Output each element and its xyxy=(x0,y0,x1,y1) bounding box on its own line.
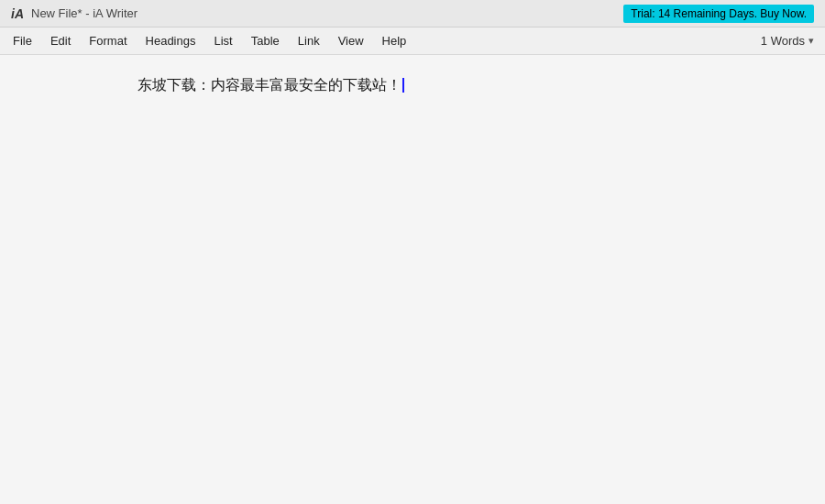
menubar-right: 1 Words ▾ xyxy=(761,34,821,48)
menu-item-file[interactable]: File xyxy=(4,30,41,51)
titlebar: iA New File* - iA Writer Trial: 14 Remai… xyxy=(0,0,825,27)
trial-banner[interactable]: Trial: 14 Remaining Days. Buy Now. xyxy=(623,5,814,23)
menu-item-link[interactable]: Link xyxy=(289,30,329,51)
app-logo: iA xyxy=(11,6,24,21)
menu-item-table[interactable]: Table xyxy=(242,30,289,51)
editor-area: 东坡下载：内容最丰富最安全的下载站！ xyxy=(0,55,825,504)
menu-item-edit[interactable]: Edit xyxy=(41,30,80,51)
word-count-chevron-icon[interactable]: ▾ xyxy=(808,35,814,47)
editor-text: 东坡下载：内容最丰富最安全的下载站！ xyxy=(138,77,402,93)
menubar-left: FileEditFormatHeadingsListTableLinkViewH… xyxy=(4,30,415,51)
editor-content[interactable]: 东坡下载：内容最丰富最安全的下载站！ xyxy=(138,73,688,97)
menu-item-list[interactable]: List xyxy=(204,30,241,51)
editor-inner: 东坡下载：内容最丰富最安全的下载站！ xyxy=(138,73,688,486)
titlebar-title: New File* - iA Writer xyxy=(31,6,138,20)
menu-item-format[interactable]: Format xyxy=(80,30,136,51)
menu-item-view[interactable]: View xyxy=(329,30,373,51)
menubar: FileEditFormatHeadingsListTableLinkViewH… xyxy=(0,27,825,55)
menu-item-headings[interactable]: Headings xyxy=(137,30,205,51)
word-count: 1 Words xyxy=(761,34,805,48)
menu-item-help[interactable]: Help xyxy=(373,30,416,51)
text-cursor xyxy=(402,78,404,93)
titlebar-left: iA New File* - iA Writer xyxy=(11,6,138,21)
